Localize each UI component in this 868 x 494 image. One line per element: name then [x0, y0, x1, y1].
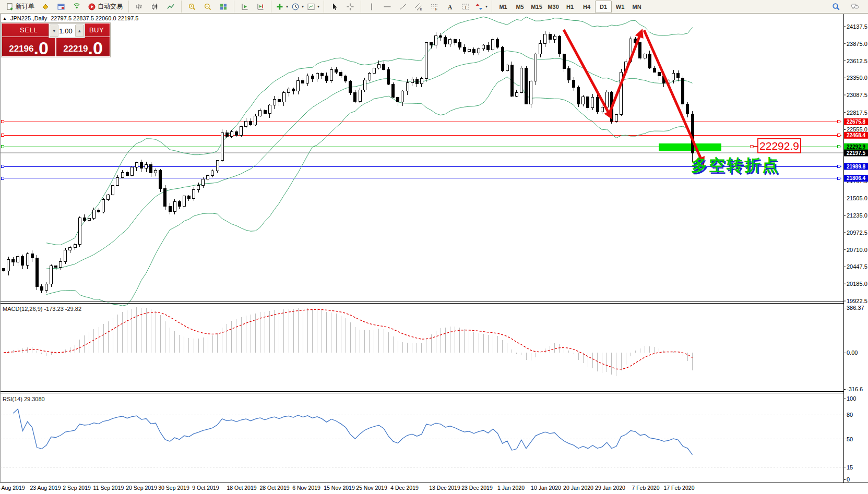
svg-text:20972.5: 20972.5: [847, 230, 867, 236]
toolbar-group-main: 新订单自动交易: [1, 1, 127, 13]
price-callout[interactable]: 22292.9: [751, 139, 801, 153]
sell-price-pips: .0: [33, 41, 48, 56]
signals-icon[interactable]: [69, 1, 85, 13]
tf-mn[interactable]: MN: [628, 1, 645, 13]
chart-shift-button[interactable]: [253, 1, 268, 13]
chart-expand-icon[interactable]: ▲: [3, 16, 7, 21]
pane-frame: [0, 14, 868, 483]
tf-h4[interactable]: H4: [578, 1, 595, 13]
date-axis: 4 Aug 201923 Aug 20192 Sep 201911 Sep 20…: [0, 485, 695, 491]
dropdown-caret-icon[interactable]: ▾: [286, 4, 288, 9]
sell-button[interactable]: SELL 22196 .0: [2, 23, 55, 56]
candlestick-chart-button[interactable]: [147, 1, 163, 13]
svg-text:20 Jan 2020: 20 Jan 2020: [563, 485, 593, 491]
svg-text:21235.0: 21235.0: [847, 212, 867, 219]
lot-size-input[interactable]: 1.00: [59, 24, 74, 38]
fibonacci-button[interactable]: F: [426, 1, 442, 13]
crosshair-button[interactable]: [342, 1, 358, 13]
arrows-button[interactable]: ▾: [473, 1, 489, 13]
svg-text:0: 0: [847, 476, 850, 483]
cursor-button[interactable]: [327, 1, 342, 13]
text-label-button[interactable]: T: [458, 1, 473, 13]
tf-m15[interactable]: M15: [528, 1, 545, 13]
periods-icon: [291, 3, 300, 11]
macd-pane: 386.370.00-316.6: [4, 305, 864, 392]
svg-text:20 Sep 2019: 20 Sep 2019: [126, 485, 157, 491]
svg-text:23612.5: 23612.5: [847, 58, 867, 64]
vertical-line-button[interactable]: [364, 1, 379, 13]
highlight-rect[interactable]: [659, 143, 721, 151]
mt4-window: 新订单自动交易▾▾▾EFAT▾M1M5M15M30H1H4D1W1MN 2413…: [0, 0, 868, 494]
tf-d1[interactable]: D1: [595, 1, 612, 13]
buy-price-pips: .0: [88, 41, 102, 56]
tf-m15-label: M15: [531, 4, 542, 10]
svg-text:T: T: [464, 4, 467, 9]
periods-button[interactable]: ▾: [290, 1, 305, 13]
svg-text:22292.9: 22292.9: [759, 140, 799, 152]
lot-increase-button[interactable]: ▲: [75, 25, 84, 37]
tile-windows-button[interactable]: [216, 1, 231, 13]
svg-text:21505.0: 21505.0: [847, 195, 867, 201]
dropdown-caret-icon[interactable]: ▾: [485, 4, 487, 9]
zoom-out-button[interactable]: [200, 1, 216, 13]
dropdown-caret-icon[interactable]: ▾: [317, 4, 319, 9]
svg-text:28 Oct 2019: 28 Oct 2019: [259, 485, 289, 491]
community-icon[interactable]: [847, 1, 863, 13]
tf-mn-label: MN: [633, 4, 641, 10]
svg-text:22817.5: 22817.5: [847, 110, 867, 116]
line-chart-button[interactable]: [163, 1, 179, 13]
zoom-in-button[interactable]: [184, 1, 200, 13]
templates-button[interactable]: ▾: [305, 1, 321, 13]
svg-text:19922.5: 19922.5: [847, 298, 867, 304]
svg-text:21806.4: 21806.4: [847, 175, 866, 181]
tf-m5-label: M5: [516, 4, 524, 10]
svg-text:22555.0: 22555.0: [847, 126, 867, 132]
buy-price-main: 22219: [63, 44, 88, 53]
svg-text:23875.0: 23875.0: [847, 41, 867, 47]
svg-text:23 Dec 2019: 23 Dec 2019: [461, 485, 493, 491]
svg-text:22292.9: 22292.9: [847, 144, 866, 150]
new-order-button-label: 新订单: [16, 2, 34, 11]
tf-m30[interactable]: M30: [545, 1, 562, 13]
dropdown-caret-icon[interactable]: ▾: [302, 4, 304, 9]
horizontal-line-button[interactable]: [379, 1, 395, 13]
svg-text:21989.8: 21989.8: [847, 164, 866, 170]
new-order-button[interactable]: 新订单: [3, 1, 38, 13]
data-window-icon[interactable]: [53, 1, 69, 13]
turning-point-label[interactable]: 多空转折点多空转折点: [691, 156, 781, 176]
svg-text:23350.0: 23350.0: [847, 75, 867, 81]
toolbar-group-objects: EFAT▾: [361, 1, 491, 13]
text-button[interactable]: A: [442, 1, 458, 13]
templates-icon: [307, 3, 315, 11]
channel-icon: E: [414, 3, 423, 11]
auto-scroll-button[interactable]: [237, 1, 253, 13]
lot-decrease-button[interactable]: ▼: [50, 25, 58, 37]
tf-m5[interactable]: M5: [512, 1, 528, 13]
chart-area[interactable]: 24137.523875.023612.523350.023087.522817…: [0, 14, 868, 494]
svg-text:15: 15: [847, 464, 853, 471]
toolbar-group-insert: ▾▾▾: [271, 1, 323, 13]
channel-button[interactable]: E: [411, 1, 426, 13]
community-icon-icon: [851, 3, 859, 11]
svg-text:-316.6: -316.6: [847, 386, 863, 392]
tf-w1[interactable]: W1: [612, 1, 628, 13]
bar-chart-button[interactable]: [132, 1, 147, 13]
trendline-button[interactable]: [395, 1, 411, 13]
fibonacci-icon: F: [430, 3, 438, 11]
svg-text:23 Aug 2019: 23 Aug 2019: [30, 485, 61, 491]
search-icon-icon: [832, 3, 840, 11]
tf-m1[interactable]: M1: [495, 1, 512, 13]
market-watch-icon[interactable]: [38, 1, 53, 13]
data-window-icon-icon: [57, 3, 65, 11]
cursor-icon: [330, 3, 339, 11]
horizontal-line-icon: [383, 3, 391, 11]
chart-canvas[interactable]: 24137.523875.023612.523350.023087.522817…: [0, 14, 868, 494]
tf-h1[interactable]: H1: [562, 1, 578, 13]
search-icon[interactable]: [828, 1, 844, 13]
buy-price: 22219 .0: [56, 37, 110, 56]
autotrading-button[interactable]: 自动交易: [85, 1, 126, 13]
chart-shift-icon: [256, 3, 265, 11]
toolbar-group-chart-type: [128, 1, 180, 13]
svg-text:2 Sep 2019: 2 Sep 2019: [63, 485, 91, 491]
indicators-button[interactable]: ▾: [274, 1, 290, 13]
